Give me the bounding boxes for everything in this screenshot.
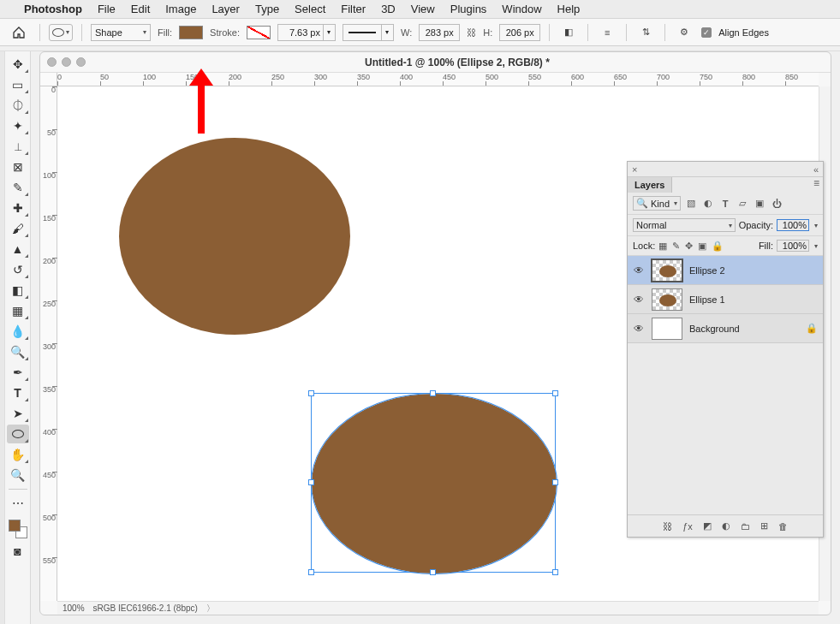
align-edges-checkbox[interactable]: ✓ bbox=[701, 27, 712, 38]
transform-bounding-box[interactable] bbox=[311, 393, 556, 573]
menu-edit[interactable]: Edit bbox=[131, 3, 150, 15]
menu-3d[interactable]: 3D bbox=[381, 3, 396, 15]
zoom-tool[interactable]: 🔍 bbox=[7, 466, 29, 484]
visibility-icon[interactable]: 👁 bbox=[633, 264, 645, 276]
menu-filter[interactable]: Filter bbox=[341, 3, 366, 15]
marquee-tool[interactable]: ▭ bbox=[7, 75, 29, 94]
layer-name[interactable]: Ellipse 2 bbox=[689, 265, 818, 276]
new-layer-icon[interactable]: ⊞ bbox=[760, 520, 768, 532]
filter-smart-icon[interactable]: ▣ bbox=[753, 197, 766, 211]
menu-help[interactable]: Help bbox=[557, 3, 581, 15]
brush-tool[interactable]: 🖌 bbox=[7, 219, 29, 238]
menu-view[interactable]: View bbox=[411, 3, 435, 15]
layer-mask-icon[interactable]: ◩ bbox=[703, 520, 712, 532]
color-picker[interactable] bbox=[7, 518, 29, 540]
panel-menu-icon[interactable]: ≡ bbox=[813, 177, 819, 189]
visibility-icon[interactable]: 👁 bbox=[633, 323, 645, 335]
transform-handle[interactable] bbox=[430, 390, 436, 396]
menu-window[interactable]: Window bbox=[502, 3, 541, 15]
lock-all-icon[interactable]: 🔒 bbox=[712, 241, 724, 252]
transform-handle[interactable] bbox=[552, 569, 558, 575]
stroke-width-input[interactable]: 7.63 px bbox=[277, 24, 324, 41]
transform-handle[interactable] bbox=[552, 390, 558, 396]
layer-row[interactable]: 👁Ellipse 2 bbox=[628, 256, 823, 285]
shape-ellipse-1[interactable] bbox=[119, 138, 350, 335]
tool-mode-select[interactable]: Shape▾ bbox=[91, 24, 151, 41]
layer-thumbnail[interactable] bbox=[652, 288, 682, 311]
menu-type[interactable]: Type bbox=[255, 3, 279, 15]
link-wh-icon[interactable]: ⛓ bbox=[467, 27, 476, 38]
layer-thumbnail[interactable] bbox=[652, 318, 682, 340]
eraser-tool[interactable]: ◧ bbox=[7, 281, 29, 300]
home-button[interactable] bbox=[7, 23, 31, 42]
close-icon[interactable] bbox=[47, 57, 57, 67]
height-input[interactable]: 206 px bbox=[499, 24, 540, 41]
blur-tool[interactable]: 💧 bbox=[7, 322, 29, 341]
lock-paint-icon[interactable]: ✎ bbox=[672, 241, 680, 252]
ruler-vertical[interactable]: 050100150200250300350400450500550 bbox=[40, 86, 57, 601]
opacity-input[interactable]: 100% bbox=[777, 219, 809, 231]
path-arrangement-button[interactable]: ⇅ bbox=[635, 23, 656, 42]
shape-ellipse-2[interactable] bbox=[312, 394, 557, 573]
quickmask-toggle[interactable]: ◙ bbox=[7, 542, 29, 561]
layer-filter-kind[interactable]: 🔍Kind▾ bbox=[633, 196, 681, 211]
stroke-style-select[interactable] bbox=[343, 24, 382, 41]
opacity-dropdown-icon[interactable]: ▾ bbox=[814, 222, 818, 229]
filter-type-icon[interactable]: T bbox=[718, 197, 732, 211]
layer-row[interactable]: 👁Background🔒 bbox=[628, 314, 823, 343]
layer-fx-icon[interactable]: ƒx bbox=[682, 521, 693, 532]
width-input[interactable]: 283 px bbox=[419, 24, 460, 41]
transform-handle[interactable] bbox=[308, 390, 314, 396]
lock-pixels-icon[interactable]: ▦ bbox=[658, 241, 667, 252]
app-menu[interactable]: Photoshop bbox=[24, 3, 82, 15]
eyedropper-tool[interactable]: ✎ bbox=[7, 178, 29, 197]
move-tool[interactable]: ✥ bbox=[7, 55, 29, 74]
gear-icon[interactable]: ⚙ bbox=[674, 23, 694, 42]
fill-swatch[interactable] bbox=[179, 26, 203, 39]
transform-handle[interactable] bbox=[430, 569, 436, 575]
pen-tool[interactable]: ✒ bbox=[7, 363, 29, 382]
path-operations-button[interactable]: ◧ bbox=[558, 23, 579, 42]
menu-plugins[interactable]: Plugins bbox=[450, 3, 487, 15]
ruler-origin[interactable] bbox=[40, 73, 57, 86]
layer-name[interactable]: Background bbox=[689, 324, 799, 334]
layer-fill-input[interactable]: 100% bbox=[777, 240, 809, 252]
transform-handle[interactable] bbox=[552, 479, 558, 485]
stroke-swatch[interactable] bbox=[247, 26, 271, 39]
filter-adjust-icon[interactable]: ◐ bbox=[701, 197, 715, 211]
filter-toggle[interactable]: ⏻ bbox=[770, 197, 783, 211]
layer-thumbnail[interactable] bbox=[652, 259, 682, 282]
group-layers-icon[interactable]: 🗀 bbox=[741, 521, 750, 532]
frame-tool[interactable]: ⊠ bbox=[7, 157, 29, 176]
transform-handle[interactable] bbox=[308, 479, 314, 485]
color-profile[interactable]: sRGB IEC61966-2.1 (8bpc) bbox=[93, 603, 198, 613]
layers-tab[interactable]: Layers bbox=[628, 177, 672, 193]
status-caret-icon[interactable]: 〉 bbox=[206, 603, 215, 615]
stamp-tool[interactable]: ▲ bbox=[7, 240, 29, 259]
minimize-icon[interactable] bbox=[62, 57, 71, 67]
crop-tool[interactable]: ⟂ bbox=[7, 137, 29, 156]
path-alignment-button[interactable]: ≡ bbox=[597, 23, 617, 42]
path-select-tool[interactable]: ➤ bbox=[7, 404, 29, 423]
stroke-style-dropdown[interactable]: ▾ bbox=[382, 24, 394, 41]
lock-position-icon[interactable]: ✥ bbox=[685, 241, 693, 252]
hand-tool[interactable]: ✋ bbox=[7, 445, 29, 464]
maximize-icon[interactable] bbox=[76, 57, 86, 67]
wand-tool[interactable]: ✦ bbox=[7, 116, 29, 135]
menu-file[interactable]: File bbox=[98, 3, 116, 15]
history-brush-tool[interactable]: ↺ bbox=[7, 260, 29, 279]
stroke-width-dropdown[interactable]: ▾ bbox=[324, 24, 336, 41]
menu-image[interactable]: Image bbox=[165, 3, 196, 15]
ruler-horizontal[interactable]: 0501001502002503003504004505005506006507… bbox=[57, 73, 819, 86]
transform-handle[interactable] bbox=[308, 569, 314, 575]
link-layers-icon[interactable]: ⛓ bbox=[663, 521, 672, 532]
zoom-level[interactable]: 100% bbox=[63, 603, 85, 613]
layer-name[interactable]: Ellipse 1 bbox=[689, 294, 818, 305]
blend-mode-select[interactable]: Normal▾ bbox=[633, 218, 736, 232]
adjustment-layer-icon[interactable]: ◐ bbox=[722, 520, 730, 532]
menu-layer[interactable]: Layer bbox=[211, 3, 240, 15]
fill-dropdown-icon[interactable]: ▾ bbox=[814, 242, 818, 250]
visibility-icon[interactable]: 👁 bbox=[633, 294, 645, 306]
delete-layer-icon[interactable]: 🗑 bbox=[778, 521, 788, 532]
lock-artboard-icon[interactable]: ▣ bbox=[698, 241, 706, 252]
